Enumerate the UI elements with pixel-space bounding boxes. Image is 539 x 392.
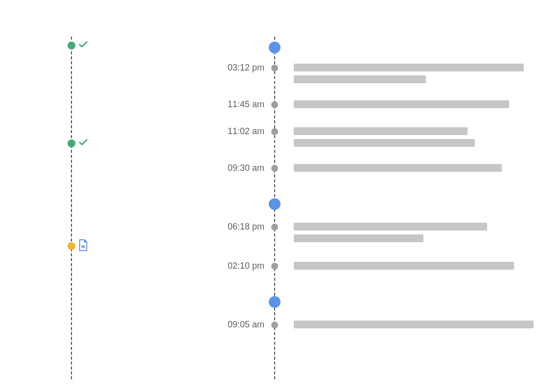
right-timeline: 03:12 pm 11:45 am 11:02 am 09:30 am (201, 37, 534, 379)
left-node-dot (68, 242, 75, 250)
entry-time: 09:30 am (201, 163, 264, 173)
placeholder-bar (294, 100, 509, 108)
entry-content (294, 223, 534, 246)
timeline-entry: 09:05 am (201, 321, 534, 345)
timeline-entry: 11:45 am (201, 100, 534, 125)
check-icon (78, 137, 89, 148)
entry-time: 11:02 am (201, 126, 264, 137)
timeline-entry: 09:30 am (201, 164, 534, 188)
entry-dot (271, 101, 278, 108)
entry-content (294, 64, 534, 87)
entry-content (294, 262, 534, 274)
placeholder-bar (294, 127, 468, 135)
timeline-entry: 02:10 pm (201, 262, 534, 286)
entry-time: 06:18 pm (201, 222, 264, 232)
entry-content (294, 127, 534, 151)
timeline-entry: 11:02 am (201, 127, 534, 152)
entry-content (294, 164, 534, 176)
entry-time: 03:12 pm (201, 63, 264, 73)
section-marker (269, 296, 281, 308)
placeholder-bar (294, 234, 423, 242)
entry-time: 09:05 am (201, 320, 264, 330)
left-node-dot (68, 42, 75, 49)
placeholder-bar (294, 139, 475, 147)
entry-dot (271, 65, 278, 71)
timeline-entry: 06:18 pm (201, 223, 534, 247)
section-marker (269, 42, 281, 53)
entry-time: 11:45 am (201, 99, 264, 110)
left-node-dot (68, 139, 75, 147)
entry-dot (271, 322, 278, 328)
left-timeline: W (71, 37, 100, 379)
placeholder-bar (294, 75, 426, 83)
entry-content (294, 321, 534, 332)
word-doc-icon: W (78, 239, 89, 252)
placeholder-bar (294, 164, 502, 172)
placeholder-bar (294, 262, 514, 270)
left-timeline-axis (71, 37, 72, 379)
entry-dot (271, 165, 278, 172)
entry-dot (271, 224, 278, 231)
timeline-entry: 03:12 pm (201, 64, 534, 88)
placeholder-bar (294, 64, 524, 71)
placeholder-bar (294, 223, 487, 231)
svg-text:W: W (81, 245, 85, 249)
entry-dot (271, 263, 278, 270)
section-marker (269, 198, 281, 210)
entry-time: 02:10 pm (201, 261, 264, 271)
entry-content (294, 100, 534, 112)
entry-dot (271, 128, 278, 135)
check-icon (78, 39, 89, 50)
placeholder-bar (294, 321, 534, 328)
